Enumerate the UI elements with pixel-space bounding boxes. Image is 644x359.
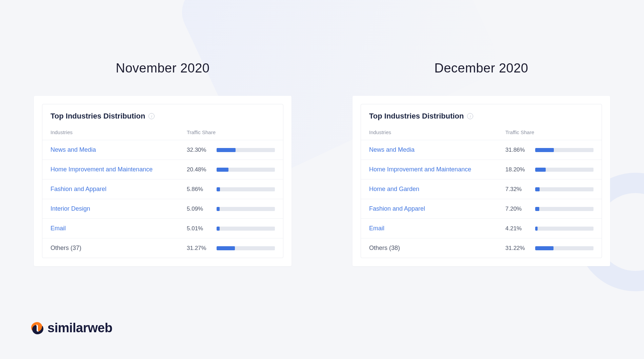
bar-fill xyxy=(535,227,538,231)
industry-link[interactable]: Email xyxy=(51,225,187,232)
table-row: Interior Design5.09% xyxy=(42,199,283,218)
table-row: Home Improvement and Maintenance18.20% xyxy=(361,160,602,179)
traffic-share-cell: 32.30% xyxy=(187,147,275,153)
table-row: Email5.01% xyxy=(42,218,283,238)
traffic-share-value: 31.22% xyxy=(505,245,530,252)
column-headers: Industries Traffic Share xyxy=(361,127,602,140)
industry-link[interactable]: Interior Design xyxy=(51,205,187,212)
col-header-industries: Industries xyxy=(51,129,187,135)
bar-fill xyxy=(535,207,539,211)
bar-track xyxy=(535,207,593,211)
bar-fill xyxy=(217,187,220,191)
col-header-industries: Industries xyxy=(369,129,505,135)
traffic-share-cell: 31.22% xyxy=(505,245,593,252)
traffic-share-cell: 7.32% xyxy=(505,186,593,193)
industry-link[interactable]: Home Improvement and Maintenance xyxy=(51,166,187,173)
brand-logo-text: similarweb xyxy=(47,321,112,335)
table-row: News and Media31.86% xyxy=(361,140,602,160)
table-row: News and Media32.30% xyxy=(42,140,283,160)
traffic-share-value: 7.32% xyxy=(505,186,530,193)
card-header: Top Industries Distribution i xyxy=(42,104,283,127)
bar-track xyxy=(535,227,593,231)
traffic-share-value: 5.09% xyxy=(187,206,212,212)
column-headers: Industries Traffic Share xyxy=(42,127,283,140)
bar-fill xyxy=(217,246,235,250)
bar-track xyxy=(217,207,275,211)
traffic-share-value: 18.20% xyxy=(505,166,530,173)
traffic-share-value: 7.20% xyxy=(505,206,530,212)
info-icon[interactable]: i xyxy=(467,113,473,119)
info-icon[interactable]: i xyxy=(148,113,155,119)
panel-december: December 2020 Top Industries Distributio… xyxy=(353,61,610,266)
traffic-share-value: 31.86% xyxy=(505,147,530,153)
traffic-share-cell: 20.48% xyxy=(187,166,275,173)
traffic-share-cell: 7.20% xyxy=(505,206,593,212)
bar-fill xyxy=(217,148,236,152)
traffic-share-cell: 18.20% xyxy=(505,166,593,173)
panel-title: December 2020 xyxy=(353,61,610,76)
industries-card: Top Industries Distribution i Industries… xyxy=(42,104,283,258)
traffic-share-cell: 5.01% xyxy=(187,225,275,232)
traffic-share-cell: 31.86% xyxy=(505,147,593,153)
rows-container: News and Media32.30%Home Improvement and… xyxy=(42,140,283,258)
bar-fill xyxy=(535,246,554,250)
bar-track xyxy=(217,148,275,152)
traffic-share-value: 4.21% xyxy=(505,225,530,232)
bar-track xyxy=(535,246,593,250)
traffic-share-value: 5.01% xyxy=(187,225,212,232)
industry-link[interactable]: Home and Garden xyxy=(369,186,505,193)
industry-link[interactable]: News and Media xyxy=(369,146,505,153)
industry-others: Others (37) xyxy=(51,245,187,252)
panel-title: November 2020 xyxy=(34,61,291,76)
table-row: Fashion and Apparel5.86% xyxy=(42,179,283,199)
bar-track xyxy=(535,148,593,152)
industry-link[interactable]: Fashion and Apparel xyxy=(51,186,187,193)
bar-fill xyxy=(217,207,220,211)
industry-link[interactable]: Home Improvement and Maintenance xyxy=(369,166,505,173)
card-title: Top Industries Distribution xyxy=(369,112,464,121)
bar-fill xyxy=(535,148,554,152)
industries-card: Top Industries Distribution i Industries… xyxy=(361,104,602,258)
card-outer: Top Industries Distribution i Industries… xyxy=(353,96,610,266)
industry-link[interactable]: Email xyxy=(369,225,505,232)
table-row: Home and Garden7.32% xyxy=(361,179,602,199)
bar-fill xyxy=(217,227,220,231)
traffic-share-cell: 4.21% xyxy=(505,225,593,232)
industry-link[interactable]: News and Media xyxy=(51,146,187,153)
bar-track xyxy=(535,168,593,172)
bar-track xyxy=(217,187,275,191)
col-header-traffic: Traffic Share xyxy=(187,129,275,135)
bar-track xyxy=(535,187,593,191)
industry-link[interactable]: Fashion and Apparel xyxy=(369,205,505,212)
bar-fill xyxy=(217,168,228,172)
bar-track xyxy=(217,227,275,231)
main-content: November 2020 Top Industries Distributio… xyxy=(0,0,644,266)
card-title: Top Industries Distribution xyxy=(51,112,145,121)
traffic-share-value: 31.27% xyxy=(187,245,212,252)
industry-others: Others (38) xyxy=(369,245,505,252)
bar-track xyxy=(217,246,275,250)
traffic-share-value: 32.30% xyxy=(187,147,212,153)
card-outer: Top Industries Distribution i Industries… xyxy=(34,96,291,266)
table-row: Email4.21% xyxy=(361,218,602,238)
table-row: Home Improvement and Maintenance20.48% xyxy=(42,160,283,179)
brand-logo: similarweb xyxy=(31,321,112,335)
traffic-share-cell: 5.86% xyxy=(187,186,275,193)
brand-logo-icon xyxy=(31,321,44,335)
bar-fill xyxy=(535,168,546,172)
table-row: Fashion and Apparel7.20% xyxy=(361,199,602,218)
card-header: Top Industries Distribution i xyxy=(361,104,602,127)
table-row: Others (38)31.22% xyxy=(361,238,602,258)
bar-fill xyxy=(535,187,540,191)
table-row: Others (37)31.27% xyxy=(42,238,283,258)
bar-track xyxy=(217,168,275,172)
traffic-share-value: 5.86% xyxy=(187,186,212,193)
traffic-share-cell: 5.09% xyxy=(187,206,275,212)
col-header-traffic: Traffic Share xyxy=(505,129,593,135)
traffic-share-value: 20.48% xyxy=(187,166,212,173)
panel-november: November 2020 Top Industries Distributio… xyxy=(34,61,291,266)
traffic-share-cell: 31.27% xyxy=(187,245,275,252)
rows-container: News and Media31.86%Home Improvement and… xyxy=(361,140,602,258)
